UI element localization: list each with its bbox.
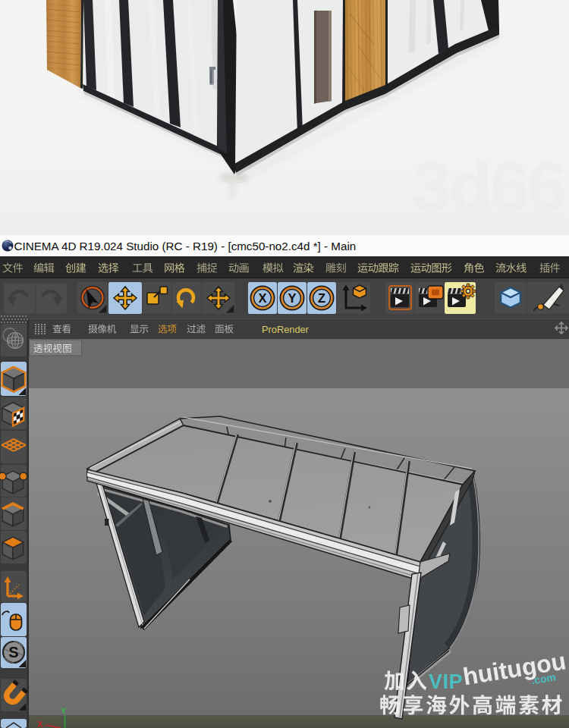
- svg-text:CINEMA 4D R19.024 Studio (RC -: CINEMA 4D R19.024 Studio (RC - R19) - [c…: [14, 240, 357, 253]
- svg-text:X: X: [258, 291, 266, 305]
- svg-text:VIP: VIP: [429, 670, 463, 693]
- svg-text:S: S: [8, 644, 18, 661]
- svg-text:X: X: [37, 720, 43, 728]
- svg-text:3d66: 3d66: [412, 148, 565, 225]
- svg-text:Y: Y: [61, 706, 67, 715]
- svg-text:ProRender: ProRender: [262, 324, 310, 335]
- svg-text:Z: Z: [318, 291, 325, 305]
- svg-text:Y: Y: [288, 291, 296, 305]
